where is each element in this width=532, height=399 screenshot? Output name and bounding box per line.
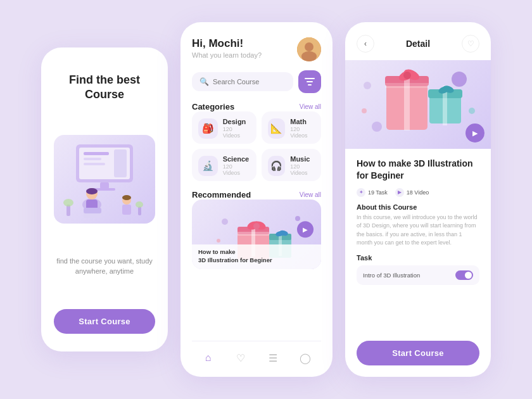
- svg-rect-45: [385, 83, 429, 88]
- svg-point-41: [217, 239, 220, 243]
- about-section: About this Course In this course, we wil…: [357, 203, 479, 248]
- svg-rect-13: [84, 208, 101, 213]
- phone-detail: ‹ Detail ♡: [345, 22, 491, 377]
- svg-point-33: [253, 223, 260, 229]
- recommended-section: Recommended View all: [192, 190, 321, 269]
- svg-rect-6: [100, 182, 109, 189]
- svg-point-56: [364, 82, 371, 89]
- phone-onboarding: Find the best Course: [41, 48, 168, 352]
- filter-button[interactable]: [298, 70, 321, 93]
- start-course-button[interactable]: Start Course: [357, 341, 479, 365]
- onboarding-subtitle: find the course you want, study anywhere…: [54, 256, 155, 277]
- svg-point-39: [222, 218, 228, 225]
- detail-content: How to make 3D Illustration for Beginer …: [345, 149, 491, 333]
- task-item: Intro of 3D Illustration: [357, 265, 479, 285]
- detail-top-bar: ‹ Detail ♡: [345, 22, 491, 60]
- design-count: 120 Videos: [223, 126, 250, 139]
- back-button[interactable]: ‹: [357, 35, 374, 53]
- music-name: Music: [290, 155, 315, 163]
- start-course-button[interactable]: Start Course: [54, 309, 155, 334]
- search-input[interactable]: [213, 78, 286, 86]
- svg-point-57: [362, 108, 367, 113]
- banner-play-button[interactable]: ▶: [466, 124, 484, 142]
- svg-point-10: [86, 188, 98, 194]
- design-name: Design: [223, 118, 250, 125]
- svg-rect-24: [305, 78, 315, 79]
- category-design[interactable]: 🎒 Design 120 Videos: [192, 111, 256, 144]
- categories-section: Categories View all 🎒 Design 120 Videos …: [192, 102, 321, 181]
- categories-grid: 🎒 Design 120 Videos 📐 Math 120 Videos 🔬 …: [192, 111, 321, 181]
- task-label: Intro of 3D Illustration: [363, 272, 420, 279]
- detail-title: Detail: [406, 39, 430, 49]
- svg-point-55: [455, 75, 464, 84]
- task-count: 19 Task: [368, 189, 388, 196]
- music-count: 120 Videos: [290, 163, 315, 176]
- video-icon: ▶: [395, 188, 404, 197]
- about-title: About this Course: [357, 203, 479, 211]
- search-input-wrap[interactable]: 🔍: [192, 72, 293, 91]
- task-toggle[interactable]: [455, 270, 473, 280]
- categories-title: Categories: [192, 102, 234, 111]
- detail-footer: Start Course: [345, 333, 491, 377]
- svg-rect-30: [238, 232, 269, 236]
- svg-point-48: [403, 72, 411, 79]
- math-icon: 📐: [268, 118, 286, 139]
- nav-profile[interactable]: ◯: [296, 349, 314, 367]
- view-all-recommended[interactable]: View all: [300, 191, 321, 198]
- onboarding-illustration: [54, 135, 155, 224]
- task-icon: ✦: [357, 188, 365, 197]
- svg-point-18: [63, 199, 73, 206]
- svg-rect-5: [114, 149, 127, 177]
- about-text: In this course, we will introduce you to…: [357, 213, 479, 248]
- search-bar: 🔍: [192, 70, 321, 93]
- task-count-item: ✦ 19 Task: [357, 188, 388, 197]
- avatar[interactable]: [297, 37, 321, 61]
- svg-point-15: [122, 195, 131, 200]
- search-icon: 🔍: [200, 77, 209, 86]
- svg-rect-2: [84, 152, 109, 155]
- svg-rect-19: [138, 206, 141, 215]
- task-section: Task Intro of 3D Illustration: [357, 254, 479, 285]
- nav-home[interactable]: ⌂: [200, 349, 217, 367]
- svg-point-58: [469, 108, 475, 114]
- recommended-card[interactable]: How to make3D Illustration for Beginer ▶: [192, 200, 321, 269]
- math-count: 120 Videos: [290, 126, 315, 139]
- home-header: Hi, Mochi! What you learn today?: [192, 37, 321, 61]
- course-meta: ✦ 19 Task ▶ 18 Video: [357, 188, 479, 197]
- play-button[interactable]: ▶: [297, 221, 314, 238]
- favorite-button[interactable]: ♡: [462, 35, 479, 53]
- svg-point-20: [136, 201, 143, 208]
- svg-point-40: [295, 216, 300, 221]
- bottom-nav: ⌂ ♡ ☰ ◯: [192, 341, 321, 377]
- design-icon: 🎒: [198, 118, 218, 139]
- svg-rect-4: [84, 163, 105, 165]
- video-count: 18 Video: [407, 189, 429, 196]
- svg-point-59: [372, 122, 382, 132]
- nav-bookmark[interactable]: ♡: [232, 349, 250, 367]
- sub-greeting: What you learn today?: [192, 51, 262, 59]
- svg-rect-16: [122, 205, 131, 215]
- svg-rect-3: [84, 158, 101, 160]
- category-math[interactable]: 📐 Math 120 Videos: [262, 111, 321, 144]
- video-count-item: ▶ 18 Video: [395, 188, 429, 197]
- course-title: How to make 3D Illustration for Beginer: [357, 158, 479, 182]
- rec-course-title: How to make3D Illustration for Beginer: [198, 248, 315, 264]
- nav-document[interactable]: ☰: [264, 349, 282, 367]
- science-icon: 🔬: [198, 156, 218, 176]
- phone-home: Hi, Mochi! What you learn today? 🔍 Cat: [180, 22, 332, 377]
- category-music[interactable]: 🎧 Music 120 Videos: [262, 149, 321, 181]
- science-count: 120 Videos: [223, 163, 250, 176]
- recommended-title: Recommended: [192, 190, 251, 200]
- math-name: Math: [290, 118, 315, 125]
- onboarding-title: Find the best Course: [54, 73, 155, 103]
- svg-point-22: [305, 42, 314, 51]
- category-science[interactable]: 🔬 Science 120 Videos: [192, 149, 256, 181]
- task-section-title: Task: [357, 254, 479, 262]
- course-banner: ▶: [345, 60, 491, 149]
- svg-point-23: [301, 51, 317, 61]
- view-all-categories[interactable]: View all: [300, 103, 321, 110]
- science-name: Science: [223, 155, 250, 163]
- svg-rect-25: [307, 81, 313, 82]
- greeting-text: Hi, Mochi!: [192, 37, 262, 50]
- svg-rect-26: [308, 84, 312, 86]
